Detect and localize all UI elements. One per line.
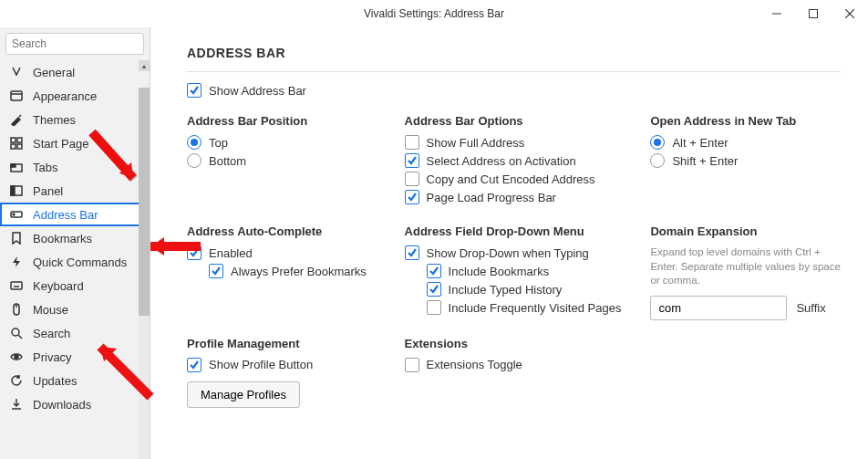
svg-rect-4 bbox=[11, 91, 22, 100]
options-title: Address Bar Options bbox=[405, 114, 624, 128]
suffix-label: Suffix bbox=[796, 301, 825, 315]
checkbox[interactable] bbox=[405, 153, 419, 168]
position-bottom-row[interactable]: Bottom bbox=[187, 153, 377, 168]
radio-shift-enter[interactable] bbox=[650, 153, 665, 168]
checkbox[interactable] bbox=[405, 190, 419, 204]
label: Extensions Toggle bbox=[427, 358, 522, 371]
checkbox[interactable] bbox=[427, 264, 441, 278]
show-address-bar-row[interactable]: Show Address Bar bbox=[187, 83, 841, 98]
svg-rect-6 bbox=[11, 138, 16, 142]
sidebar-item-themes[interactable]: Themes bbox=[0, 108, 150, 131]
newtab-shift[interactable]: Shift + Enter bbox=[650, 153, 841, 168]
opt-progress-bar[interactable]: Page Load Progress Bar bbox=[405, 190, 624, 204]
suffix-input[interactable] bbox=[650, 296, 787, 320]
sidebar-item-label: Tabs bbox=[33, 161, 57, 174]
opt-copy-encoded[interactable]: Copy and Cut Encoded Address bbox=[405, 172, 624, 186]
sidebar-item-keyboard[interactable]: Keyboard bbox=[0, 274, 150, 297]
sidebar-item-panel[interactable]: Panel bbox=[0, 179, 150, 203]
checkbox[interactable] bbox=[405, 358, 419, 372]
titlebar: Vivaldi Settings: Address Bar bbox=[0, 0, 868, 27]
profile-show-button[interactable]: Show Profile Button bbox=[187, 358, 377, 372]
show-address-bar-checkbox[interactable] bbox=[187, 83, 202, 98]
tabs-icon bbox=[9, 160, 24, 174]
dropdown-typed[interactable]: Include Typed History bbox=[427, 282, 624, 297]
sidebar-item-general[interactable]: General bbox=[0, 60, 150, 84]
sidebar-item-updates[interactable]: Updates bbox=[0, 369, 150, 392]
show-address-bar-label: Show Address Bar bbox=[209, 84, 306, 98]
scrollbar-thumb[interactable] bbox=[139, 88, 150, 316]
domain-helper: Expand top level domains with Ctrl + Ent… bbox=[650, 245, 841, 288]
checkbox[interactable] bbox=[405, 172, 419, 186]
radio-bottom-label: Bottom bbox=[209, 154, 246, 168]
search-input[interactable] bbox=[5, 33, 144, 55]
radio-top-label: Top bbox=[209, 136, 228, 150]
col-spacer bbox=[650, 337, 841, 408]
radio-bottom[interactable] bbox=[187, 153, 202, 168]
sidebar: ▴ General Appearance Themes Start Page bbox=[0, 27, 150, 459]
checkbox[interactable] bbox=[209, 264, 223, 278]
radio-top[interactable] bbox=[187, 135, 202, 150]
checkbox[interactable] bbox=[427, 282, 441, 297]
close-button[interactable] bbox=[832, 0, 868, 27]
dropdown-bookmarks[interactable]: Include Bookmarks bbox=[427, 264, 624, 278]
checkbox[interactable] bbox=[405, 135, 419, 150]
sidebar-item-downloads[interactable]: Downloads bbox=[0, 392, 150, 416]
checkbox[interactable] bbox=[405, 245, 419, 260]
sidebar-item-label: Quick Commands bbox=[33, 256, 127, 269]
profile-title: Profile Management bbox=[187, 337, 377, 350]
sidebar-item-bookmarks[interactable]: Bookmarks bbox=[0, 226, 150, 250]
svg-rect-11 bbox=[11, 164, 16, 167]
window-controls bbox=[759, 0, 868, 27]
label: Shift + Enter bbox=[672, 154, 738, 168]
col-newtab: Open Address in New Tab Alt + Enter Shif… bbox=[650, 114, 841, 208]
checkbox[interactable] bbox=[187, 358, 202, 372]
sidebar-item-quick-commands[interactable]: Quick Commands bbox=[0, 250, 150, 274]
dropdown-show[interactable]: Show Drop-Down when Typing bbox=[405, 245, 624, 260]
newtab-alt[interactable]: Alt + Enter bbox=[650, 135, 841, 150]
sidebar-item-appearance[interactable]: Appearance bbox=[0, 84, 150, 108]
col-profile: Profile Management Show Profile Button M… bbox=[187, 337, 377, 408]
svg-rect-8 bbox=[11, 144, 16, 149]
sidebar-item-address-bar[interactable]: Address Bar bbox=[0, 203, 150, 226]
sidebar-item-label: Bookmarks bbox=[33, 232, 92, 245]
sidebar-item-label: Updates bbox=[33, 374, 77, 388]
sidebar-item-label: Panel bbox=[33, 184, 63, 198]
label: Copy and Cut Encoded Address bbox=[427, 172, 595, 186]
position-top-row[interactable]: Top bbox=[187, 135, 377, 150]
checkbox[interactable] bbox=[427, 300, 441, 315]
extensions-toggle[interactable]: Extensions Toggle bbox=[405, 358, 624, 372]
col-autocomplete: Address Auto-Complete Enabled Always Pre… bbox=[187, 224, 377, 320]
dropdown-freq[interactable]: Include Frequently Visited Pages bbox=[427, 300, 624, 315]
sidebar-item-privacy[interactable]: Privacy bbox=[0, 345, 150, 369]
brush-icon bbox=[9, 112, 24, 127]
label: Select Address on Activation bbox=[427, 154, 576, 168]
svg-rect-1 bbox=[810, 10, 818, 18]
label: Show Drop-Down when Typing bbox=[427, 246, 589, 260]
checkbox[interactable] bbox=[187, 245, 202, 260]
sidebar-item-start-page[interactable]: Start Page bbox=[0, 131, 150, 155]
download-icon bbox=[9, 397, 24, 412]
maximize-button[interactable] bbox=[795, 0, 832, 27]
refresh-icon bbox=[9, 373, 24, 388]
sidebar-item-search[interactable]: Search bbox=[0, 321, 150, 345]
sidebar-item-label: Appearance bbox=[33, 89, 97, 103]
autocomplete-prefer[interactable]: Always Prefer Bookmarks bbox=[209, 264, 377, 278]
radio-alt-enter[interactable] bbox=[650, 135, 665, 150]
col-dropdown: Address Field Drop-Down Menu Show Drop-D… bbox=[405, 224, 624, 320]
manage-profiles-button[interactable]: Manage Profiles bbox=[187, 381, 300, 408]
scroll-up-arrow[interactable]: ▴ bbox=[139, 60, 150, 71]
autocomplete-enabled[interactable]: Enabled bbox=[187, 245, 377, 260]
sidebar-item-label: Search bbox=[33, 327, 70, 340]
scrollbar-track[interactable] bbox=[139, 88, 150, 459]
main-content: ADDRESS BAR Show Address Bar Address Bar… bbox=[150, 27, 868, 459]
col-extensions: Extensions Extensions Toggle bbox=[405, 337, 624, 408]
minimize-button[interactable] bbox=[759, 0, 795, 27]
sidebar-item-tabs[interactable]: Tabs bbox=[0, 155, 150, 179]
sidebar-item-label: Mouse bbox=[33, 303, 68, 317]
search-icon bbox=[9, 326, 24, 340]
sidebar-item-label: Privacy bbox=[33, 350, 72, 364]
opt-select-on-activation[interactable]: Select Address on Activation bbox=[405, 153, 624, 168]
window-icon bbox=[9, 89, 24, 103]
opt-full-address[interactable]: Show Full Address bbox=[405, 135, 624, 150]
sidebar-item-mouse[interactable]: Mouse bbox=[0, 297, 150, 321]
